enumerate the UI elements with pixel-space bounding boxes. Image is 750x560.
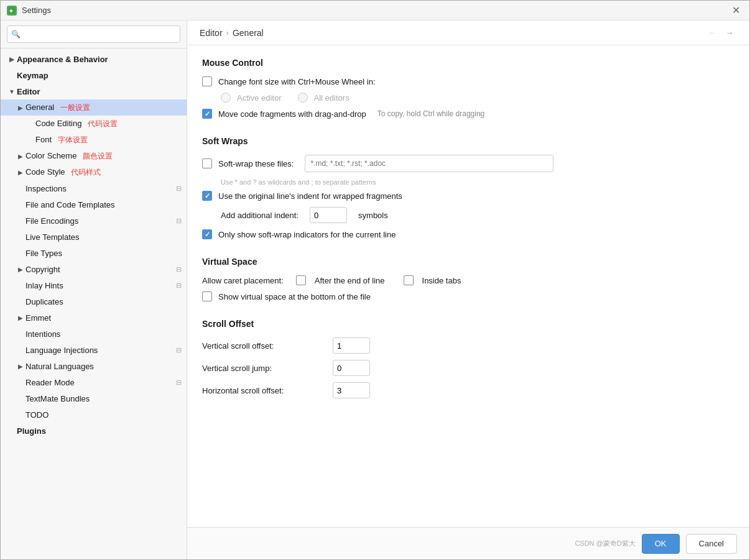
sidebar-item-editor[interactable]: ▼ Editor: [1, 83, 187, 99]
use-original-indent-checkbox[interactable]: [202, 191, 212, 201]
search-box: 🔍: [1, 21, 187, 48]
sidebar-item-todo[interactable]: ▶ TODO: [1, 406, 187, 423]
breadcrumb-nav: ← →: [705, 25, 737, 40]
allow-caret-row: Allow caret placement: After the end of …: [202, 275, 734, 285]
sidebar-item-plugins[interactable]: ▶ Plugins: [1, 423, 187, 439]
scroll-offset-section: Scroll Offset Vertical scroll offset: Ve…: [202, 319, 734, 398]
horizontal-scroll-offset-label: Horizontal scroll offset:: [202, 386, 326, 395]
sidebar-item-intentions[interactable]: ▶ Intentions: [1, 326, 187, 342]
use-original-indent-row: Use the original line's indent for wrapp…: [202, 191, 734, 201]
inside-tabs-checkbox[interactable]: [404, 275, 414, 285]
virtual-space-section: Virtual Space Allow caret placement: Aft…: [202, 257, 734, 301]
sidebar-item-label: Plugins: [17, 426, 182, 436]
show-virtual-space-label: Show virtual space at the bottom of the …: [218, 292, 371, 301]
only-show-indicators-row: Only show soft-wrap indicators for the c…: [202, 229, 734, 239]
soft-wrap-input[interactable]: [305, 155, 553, 172]
cancel-button[interactable]: Cancel: [686, 534, 737, 554]
sidebar-item-label: Editor: [17, 87, 182, 96]
show-virtual-space-checkbox[interactable]: [202, 291, 212, 301]
sidebar-item-file-code-templates[interactable]: ▶ File and Code Templates: [1, 196, 187, 213]
sidebar-item-color-scheme[interactable]: ▶ Color Scheme 颜色设置: [1, 148, 187, 164]
sidebar-item-label: Appearance & Behavior: [17, 55, 182, 64]
sidebar-item-keymap[interactable]: ▶ Keymap: [1, 67, 187, 83]
breadcrumb-bar: Editor › General ← →: [187, 21, 749, 45]
vertical-scroll-jump-label: Vertical scroll jump:: [202, 364, 326, 373]
all-editors-radio[interactable]: [298, 93, 308, 103]
sidebar-item-live-templates[interactable]: ▶ Live Templates: [1, 229, 187, 245]
sidebar-item-label: Copyright: [25, 265, 176, 274]
horizontal-scroll-offset-input[interactable]: [333, 382, 370, 398]
sidebar-item-file-types[interactable]: ▶ File Types: [1, 245, 187, 261]
search-wrapper: 🔍: [7, 25, 180, 43]
move-code-label: Move code fragments with drag-and-drop: [218, 109, 366, 119]
sidebar-item-reader-mode[interactable]: ▶ Reader Mode ⊟: [1, 374, 187, 390]
add-indent-input[interactable]: [310, 207, 347, 223]
close-button[interactable]: ✕: [728, 3, 743, 18]
expand-arrow-color-scheme: ▶: [16, 151, 25, 161]
sidebar-item-label: Code Editing 代码设置: [35, 119, 182, 129]
vertical-scroll-jump-row: Vertical scroll jump:: [202, 360, 734, 376]
sidebar-item-copyright[interactable]: ▶ Copyright ⊟: [1, 261, 187, 277]
sidebar: 🔍 ▶ Appearance & Behavior ▶ Keymap ▼: [1, 21, 187, 559]
sidebar-item-file-encodings[interactable]: ▶ File Encodings ⊟: [1, 213, 187, 229]
settings-icon-reader-mode: ⊟: [176, 379, 182, 387]
only-show-indicators-checkbox[interactable]: [202, 229, 212, 239]
move-code-checkbox[interactable]: [202, 109, 212, 119]
breadcrumb-separator: ›: [226, 28, 229, 37]
breadcrumb: Editor › General: [200, 28, 264, 38]
expand-arrow-copyright: ▶: [16, 264, 25, 274]
move-code-row: Move code fragments with drag-and-drop T…: [202, 109, 734, 119]
search-input[interactable]: [7, 25, 180, 43]
expand-arrow-code-style: ▶: [16, 167, 25, 177]
inside-tabs-label: Inside tabs: [422, 276, 461, 285]
sidebar-item-language-injections[interactable]: ▶ Language Injections ⊟: [1, 342, 187, 358]
sidebar-item-label: Inlay Hints: [25, 281, 176, 290]
sidebar-item-textmate-bundles[interactable]: ▶ TextMate Bundles: [1, 390, 187, 406]
vertical-scroll-jump-input[interactable]: [333, 360, 370, 376]
sidebar-item-general[interactable]: ▶ General 一般设置: [1, 99, 187, 116]
all-editors-label: All editors: [314, 93, 350, 103]
window-title: Settings: [22, 6, 51, 15]
app-icon: ✦: [7, 6, 17, 16]
virtual-space-title: Virtual Space: [202, 257, 734, 267]
mouse-control-section: Mouse Control Change font size with Ctrl…: [202, 58, 734, 119]
sidebar-item-emmet[interactable]: ▶ Emmet: [1, 310, 187, 326]
change-font-checkbox[interactable]: [202, 76, 212, 86]
horizontal-scroll-offset-row: Horizontal scroll offset:: [202, 382, 734, 398]
vertical-scroll-offset-row: Vertical scroll offset:: [202, 337, 734, 354]
nav-forward-button[interactable]: →: [722, 25, 737, 40]
after-end-checkbox[interactable]: [296, 275, 306, 285]
vertical-scroll-offset-input[interactable]: [333, 337, 370, 354]
settings-icon-copyright: ⊟: [176, 265, 182, 273]
sidebar-item-label: Inspections: [25, 184, 176, 193]
sidebar-item-label: File Types: [25, 249, 182, 258]
soft-wrap-files-label: Soft-wrap these files:: [218, 159, 294, 168]
soft-wraps-title: Soft Wraps: [202, 136, 734, 146]
virtual-space-checkboxes: After the end of line Inside tabs: [296, 275, 461, 285]
sidebar-item-label: Color Scheme 颜色设置: [25, 151, 182, 162]
sidebar-item-duplicates[interactable]: ▶ Duplicates: [1, 293, 187, 310]
sidebar-item-label: Intentions: [25, 329, 182, 339]
sidebar-item-inspections[interactable]: ▶ Inspections ⊟: [1, 180, 187, 196]
sidebar-item-label: File Encodings: [25, 216, 176, 226]
title-bar-left: ✦ Settings: [7, 6, 51, 16]
settings-icon-inspections: ⊟: [176, 185, 182, 193]
sidebar-item-code-editing[interactable]: ▶ Code Editing 代码设置: [1, 116, 187, 132]
nav-back-button[interactable]: ←: [705, 25, 720, 40]
ok-button[interactable]: OK: [642, 534, 680, 554]
radio-row: Active editor All editors: [202, 93, 734, 103]
sidebar-item-font[interactable]: ▶ Font 字体设置: [1, 132, 187, 148]
breadcrumb-current: General: [233, 28, 264, 38]
sidebar-item-label: Font 字体设置: [35, 135, 182, 145]
watermark-text: CSDN @蒙奇D紫大: [575, 539, 635, 548]
sidebar-item-appearance[interactable]: ▶ Appearance & Behavior: [1, 51, 187, 67]
use-original-indent-label: Use the original line's indent for wrapp…: [218, 191, 402, 201]
soft-wrap-checkbox[interactable]: [202, 158, 212, 168]
active-editor-label: Active editor: [237, 93, 282, 103]
add-indent-label: Add additional indent:: [221, 211, 299, 220]
sidebar-item-label: TextMate Bundles: [25, 394, 182, 403]
sidebar-item-code-style[interactable]: ▶ Code Style 代码样式: [1, 164, 187, 180]
sidebar-item-natural-languages[interactable]: ▶ Natural Languages: [1, 358, 187, 374]
sidebar-item-inlay-hints[interactable]: ▶ Inlay Hints ⊟: [1, 277, 187, 293]
active-editor-radio[interactable]: [221, 93, 231, 103]
